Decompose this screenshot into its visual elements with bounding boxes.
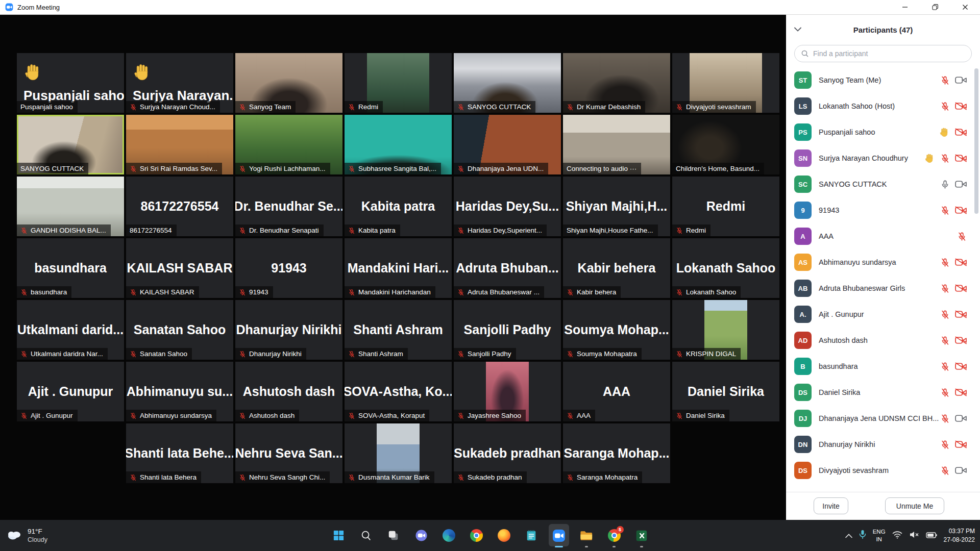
video-tile[interactable]: Daniel Sirika Daniel Sirika (672, 362, 779, 421)
muted-mic-icon (567, 350, 574, 358)
taskbar-clock[interactable]: 03:37 PM 27-08-2022 (944, 527, 975, 543)
collapse-panel-icon[interactable] (794, 24, 801, 34)
video-tile[interactable]: 91943 91943 (235, 238, 342, 298)
running-app-indicator (612, 546, 616, 547)
participant-row[interactable]: ADAshutosh dash (786, 329, 980, 352)
taskbar-app-excel[interactable] (628, 522, 655, 549)
restore-button[interactable] (920, 0, 950, 14)
video-tile[interactable]: AAA AAA (563, 362, 670, 421)
video-tile[interactable]: Ajit . Gunupur Ajit . Gunupur (17, 362, 124, 421)
participant-row[interactable]: AAAA (786, 224, 980, 248)
tile-name-text: Mandakini Harichandan (358, 288, 431, 296)
language-indicator[interactable]: ENG IN (873, 528, 886, 543)
participant-name: Daniel Sirika (819, 388, 940, 396)
video-tile[interactable]: Kabita patra Kabita patra (345, 177, 452, 236)
taskbar-app-start[interactable] (325, 522, 352, 549)
video-tile[interactable]: Abhimanuyu su... Abhimanuyu sundarsya (126, 362, 233, 421)
video-tile[interactable]: Saranga Mohap... Saranga Mohapatra (563, 423, 670, 483)
video-tile[interactable]: Shiyan Majhi,H...Shiyan Majhi,House Fath… (563, 177, 670, 236)
video-tile[interactable]: Dr. Benudhar Se... Dr. Benudhar Senapati (235, 177, 342, 236)
video-tile[interactable]: Divyajyoti sevashram (672, 53, 779, 113)
battery-icon[interactable] (926, 531, 937, 540)
tile-name-label: Haridas Dey,Superient... (454, 224, 547, 236)
video-tile[interactable]: Sukadeb pradhan Sukadeb pradhan (454, 423, 561, 483)
tray-mic-icon[interactable] (859, 530, 866, 541)
volume-muted-icon[interactable] (909, 531, 919, 541)
video-tile[interactable]: Ashutosh dash Ashutosh dash (235, 362, 342, 421)
taskbar-app-chrome[interactable] (462, 522, 490, 549)
video-tile[interactable]: basundhara basundhara (17, 238, 124, 298)
tray-chevron-up-icon[interactable] (845, 531, 852, 540)
taskbar-app-notepad[interactable] (518, 522, 545, 549)
unmute-me-button[interactable]: Unmute Me (885, 497, 944, 514)
participant-row[interactable]: SNSurjya Narayan Choudhury (786, 146, 980, 170)
participant-row[interactable]: DSDaniel Sirika (786, 381, 980, 404)
video-tile[interactable]: Sanjolli Padhy Sanjolli Padhy (454, 300, 561, 360)
minimize-button[interactable] (890, 0, 920, 14)
video-tile[interactable]: Shanti Ashram Shanti Ashram (345, 300, 452, 360)
video-tile[interactable]: 8617227655486172276554 (126, 177, 233, 236)
video-tile[interactable]: SOVA-Astha, Ko... SOVA-Astha, Koraput (345, 362, 452, 421)
participant-row[interactable]: ASAbhimanuyu sundarsya (786, 251, 980, 274)
participant-row[interactable]: Bbasundhara (786, 355, 980, 378)
video-tile[interactable]: Redmi (345, 53, 452, 113)
taskbar-app-search[interactable] (352, 522, 380, 549)
participant-row[interactable]: A.Ajit . Gunupur (786, 303, 980, 326)
participant-row[interactable]: STSanyog Team (Me) (786, 68, 980, 92)
video-tile[interactable]: Dhanurjay Nirikhi Dhanurjay Nirikhi (235, 300, 342, 360)
taskbar-app-edge[interactable] (435, 522, 462, 549)
video-tile[interactable]: Dhananjaya Jena UDN... (454, 115, 561, 174)
tile-name-text: Kabir behera (577, 288, 616, 296)
video-tile[interactable]: Sanyog Team (235, 53, 342, 113)
participant-row[interactable]: DSDivyajyoti sevashram (786, 459, 980, 482)
video-tile[interactable]: Dusmanta Kumar Barik (345, 423, 452, 483)
video-tile[interactable]: SANYOG CUTTACK (454, 53, 561, 113)
taskbar-app-zoom[interactable] (545, 522, 573, 549)
video-tile[interactable]: Puspanjali sahooPuspanjali sahoo (17, 53, 124, 113)
video-tile[interactable]: Subhasree Sangita Bal,... (345, 115, 452, 174)
participant-row[interactable]: LSLokanath Sahoo (Host) (786, 94, 980, 118)
video-tile[interactable]: Mandakini Hari... Mandakini Harichandan (345, 238, 452, 298)
video-tile[interactable]: Yogi Rushi Lachhaman... (235, 115, 342, 174)
scrollbar-thumb[interactable] (974, 68, 978, 214)
invite-button[interactable]: Invite (814, 497, 848, 514)
close-button[interactable] (950, 0, 980, 14)
video-tile[interactable]: Sri Sri Rai Ramdas Sev... (126, 115, 233, 174)
video-tile[interactable]: Sanatan Sahoo Sanatan Sahoo (126, 300, 233, 360)
taskbar-app-firefox[interactable] (490, 522, 518, 549)
participant-row[interactable]: DJDhananjaya Jena UDNSM CCI BH... (786, 407, 980, 430)
participant-row[interactable]: PSPuspanjali sahoo (786, 120, 980, 144)
wifi-icon[interactable] (892, 531, 902, 541)
video-tile[interactable]: Surjya Narayan... Surjya Narayan Choud..… (126, 53, 233, 113)
search-input[interactable] (794, 45, 972, 62)
video-tile[interactable]: KRISPIN DIGAL (672, 300, 779, 360)
video-tile-active-speaker[interactable]: SANYOG CUTTACK (17, 115, 124, 174)
taskbar-app-chat[interactable] (407, 522, 435, 549)
video-tile[interactable]: Children's Home, Basund... (672, 115, 779, 174)
taskbar-weather-widget[interactable]: 91°F Cloudy (6, 520, 47, 551)
taskbar-app-file-explorer[interactable] (573, 522, 600, 549)
video-off-icon (955, 258, 967, 266)
video-tile[interactable]: Soumya Mohap... Soumya Mohapatra (563, 300, 670, 360)
video-tile[interactable]: Utkalmani darid... Utkalmani daridra Nar… (17, 300, 124, 360)
participant-row[interactable]: DNDhanurjay Nirikhi (786, 433, 980, 456)
muted-mic-icon (239, 474, 246, 481)
video-tile[interactable]: KAILASH SABAR KAILASH SABAR (126, 238, 233, 298)
taskbar-app-chrome-badged[interactable]: $ (600, 522, 628, 549)
video-tile[interactable]: Nehru Seva San... Nehru Seva Sangh Chi..… (235, 423, 342, 483)
video-tile[interactable]: Haridas Dey,Su... Haridas Dey,Superient.… (454, 177, 561, 236)
video-tile[interactable]: Shanti lata Behe... Shanti lata Behera (126, 423, 233, 483)
video-tile[interactable]: Adruta Bhuban... Adruta Bhubaneswar ... (454, 238, 561, 298)
video-tile[interactable]: Connecting to audio ··· (563, 115, 670, 174)
participant-row[interactable]: 991943 (786, 198, 980, 222)
video-tile[interactable]: Jayashree Sahoo (454, 362, 561, 421)
video-tile[interactable]: GANDHI ODISHA BAL... (17, 177, 124, 236)
video-tile[interactable]: Redmi Redmi (672, 177, 779, 236)
participant-row[interactable]: SCSANYOG CUTTACK (786, 172, 980, 196)
video-tile[interactable]: Dr Kumar Debashish (563, 53, 670, 113)
video-tile[interactable]: Lokanath Sahoo Lokanath Sahoo (672, 238, 779, 298)
avatar: A (794, 228, 812, 245)
video-tile[interactable]: Kabir behera Kabir behera (563, 238, 670, 298)
taskbar-app-task-view[interactable] (380, 522, 407, 549)
participant-row[interactable]: ABAdruta Bhubaneswar Girls (786, 277, 980, 300)
